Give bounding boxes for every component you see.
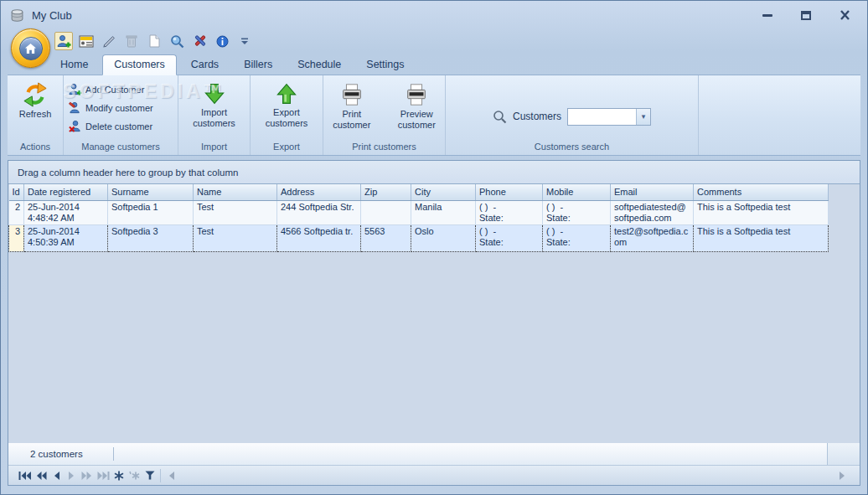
nav-next-button[interactable] [64,468,78,483]
tab-customers[interactable]: Customers [102,54,176,75]
qat-edit-customer-icon[interactable] [100,32,118,50]
app-window: My Club [0,0,868,495]
cell-surname: Softpedia 1 [108,200,194,224]
qat-tools-icon[interactable] [190,32,209,50]
nav-first-icon [18,472,31,480]
nav-next-page-button[interactable] [78,468,95,483]
tab-billers[interactable]: Billers [233,55,283,75]
qat-preview-icon[interactable] [168,32,186,50]
qat-about-icon[interactable] [213,32,231,50]
ribbon-group-actions: Refresh Actions [8,75,64,155]
table-row[interactable]: 2 25-Jun-2014 4:48:42 AM Softpedia 1 Tes… [9,200,829,224]
cell-address: 244 Softpedia Str. [277,200,361,224]
titlebar[interactable]: My Club [8,1,860,29]
refresh-button[interactable]: Refresh [19,75,52,141]
column-header-phone[interactable]: Phone [476,184,543,200]
scroll-left-arrow[interactable] [164,468,179,483]
nav-prior-page-button[interactable] [33,468,49,483]
group-caption-export: Export [251,141,323,155]
window-controls [758,8,860,22]
grid-area: Id Date registered Surname Name Address … [8,184,860,443]
printer-preview-icon [404,82,429,107]
ribbon-group-search: Customers ▾ Customers search [446,75,699,155]
column-header-mobile[interactable]: Mobile [543,184,611,200]
group-caption-actions: Actions [8,141,63,155]
home-button[interactable] [11,28,50,68]
column-header-zip[interactable]: Zip [361,184,411,200]
group-caption-manage: Manage customers [64,141,178,155]
export-customers-button[interactable]: Export customers [266,75,308,141]
tab-cards[interactable]: Cards [180,55,230,75]
nav-prior-button[interactable] [49,468,64,483]
group-caption-search: Customers search [446,141,698,155]
column-header-surname[interactable]: Surname [108,184,194,200]
export-arrow-icon [275,82,298,106]
nav-edit-button[interactable] [126,468,142,483]
column-header-name[interactable]: Name [194,184,277,200]
tab-settings[interactable]: Settings [355,55,415,75]
quick-access-toolbar [8,29,860,53]
cell-email: softpediatested@softpedia.com [611,200,694,224]
cell-phone: ( ) - State: [476,224,543,251]
status-row: 2 customers [8,443,860,465]
close-button[interactable] [835,8,854,22]
tab-schedule[interactable]: Schedule [287,55,352,75]
minimize-icon [762,14,772,17]
qat-member-card-icon[interactable] [77,32,96,50]
preview-customer-button[interactable]: Preview customer [398,75,436,141]
nav-insert-button[interactable] [111,468,126,483]
nav-edit-icon [128,471,141,481]
print-customer-button[interactable]: Print customer [333,75,370,141]
scroll-left-icon [168,472,175,480]
horizontal-scrollbar[interactable] [179,468,834,483]
modify-customer-label: Modify customer [85,103,153,113]
window-title: My Club [32,9,72,22]
nav-filter-button[interactable] [142,468,157,483]
table-row-selected[interactable]: 3 25-Jun-2014 4:50:39 AM Softpedia 3 Tes… [9,224,829,251]
ribbon-group-print: Print customer Preview customer Print cu… [323,75,446,155]
customers-table: Id Date registered Surname Name Address … [8,184,829,252]
printer-icon [339,82,364,107]
maximize-icon [801,11,811,20]
tab-home[interactable]: Home [49,55,99,75]
nav-prior-page-icon [36,472,47,480]
modify-customer-button[interactable]: Modify customer [69,100,153,116]
navigator-separator [160,469,161,482]
delete-customer-button[interactable]: Delete customer [69,118,152,134]
cell-name: Test [194,224,277,251]
qat-customize-chevron-icon[interactable] [238,33,251,49]
column-header-id[interactable]: Id [9,184,24,200]
ribbon-group-import: Import customers Import [178,75,251,155]
add-customer-button[interactable]: Add Customer [69,81,144,97]
qat-new-record-icon[interactable] [145,32,163,50]
add-customer-icon [69,83,82,96]
minimize-button[interactable] [758,8,777,22]
modify-customer-icon [69,101,82,115]
scroll-right-arrow[interactable] [834,468,850,483]
column-header-address[interactable]: Address [277,184,361,200]
column-header-date-registered[interactable]: Date registered [24,184,108,200]
cell-date-registered: 25-Jun-2014 4:48:42 AM [24,200,108,224]
customers-view: Drag a column header here to group by th… [8,160,860,486]
ribbon-group-export: Export customers Export [251,75,323,155]
nav-last-button[interactable] [95,468,111,483]
import-customers-button[interactable]: Import customers [193,75,235,141]
column-header-city[interactable]: City [411,184,476,200]
add-customer-label: Add Customer [85,85,144,95]
refresh-icon [23,82,48,107]
nav-next-icon [68,472,75,480]
qat-delete-customer-icon[interactable] [122,32,141,50]
group-caption-import: Import [178,141,250,155]
maximize-button[interactable] [797,8,815,22]
header-row: Id Date registered Surname Name Address … [9,184,829,200]
customers-search-input[interactable] [568,109,636,125]
export-customers-label: Export customers [266,107,308,129]
group-by-hint: Drag a column header here to group by th… [18,168,238,178]
nav-first-button[interactable] [16,468,33,483]
column-header-comments[interactable]: Comments [694,184,829,200]
search-dropdown-button[interactable]: ▾ [636,109,650,125]
column-header-email[interactable]: Email [611,184,694,200]
cell-zip [361,200,411,224]
qat-add-customer-icon[interactable] [54,32,73,50]
group-by-panel[interactable]: Drag a column header here to group by th… [8,161,860,184]
